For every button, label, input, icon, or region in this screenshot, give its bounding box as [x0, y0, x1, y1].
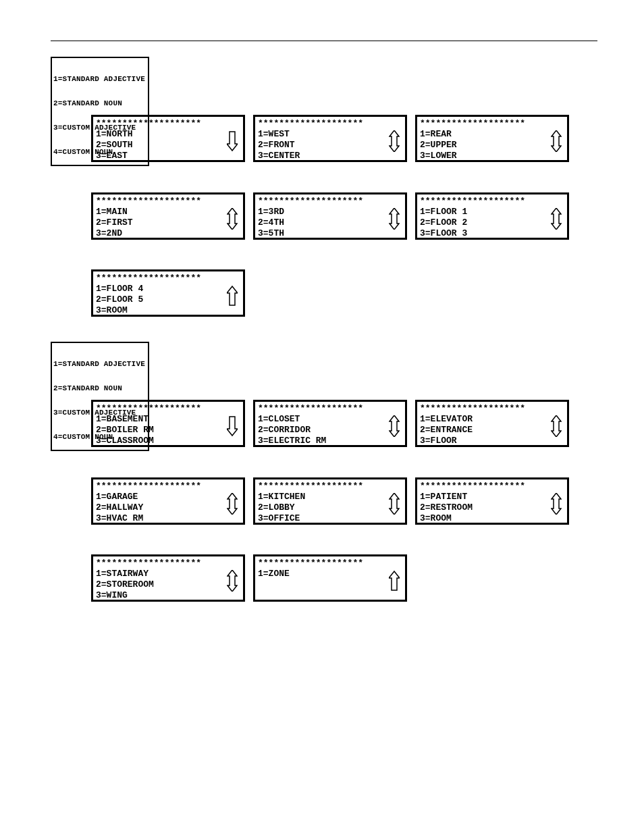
arrow-up-down-icon — [551, 130, 563, 152]
menu-option: 3=LOWER — [420, 151, 564, 161]
menu-option: 3=ROOM — [96, 305, 240, 316]
menu-box-header: ******************** — [96, 196, 240, 207]
menu-option: 1=PATIENT — [420, 492, 564, 502]
arrow-up-down-icon — [551, 208, 563, 230]
menu-box[interactable]: ********************1=NORTH2=SOUTH3=EAST — [91, 115, 245, 162]
menu-option: 1=ZONE — [258, 569, 402, 579]
menu-box-header: ******************** — [258, 118, 402, 129]
menu-option: 1=FLOOR 4 — [96, 284, 240, 294]
menu-option: 3=CENTER — [258, 151, 402, 161]
menu-option: 1=CLOSET — [258, 414, 402, 425]
menu-option: 3=2ND — [96, 228, 240, 239]
arrow-up-down-icon — [227, 493, 239, 515]
menu-option: 1=ELEVATOR — [420, 414, 564, 425]
menu-box-header: ******************** — [96, 118, 240, 129]
menu-box-header: ******************** — [258, 481, 402, 492]
arrow-up-down-icon — [227, 570, 239, 592]
menu-option: 2=HALLWAY — [96, 502, 240, 513]
menu-option — [258, 590, 402, 601]
menu-option: 1=MAIN — [96, 207, 240, 217]
legend-line: 1=STANDARD ADJECTIVE — [53, 360, 145, 368]
legend-line: 1=STANDARD ADJECTIVE — [53, 75, 145, 83]
menu-box[interactable]: ********************1=GARAGE2=HALLWAY3=H… — [91, 477, 245, 525]
menu-option: 3=FLOOR 3 — [420, 228, 564, 239]
menu-option: 1=WEST — [258, 129, 402, 140]
menu-box[interactable]: ********************1=FLOOR 12=FLOOR 23=… — [415, 192, 569, 240]
arrow-up-down-icon — [389, 415, 401, 437]
menu-box[interactable]: ********************1=3RD2=4TH3=5TH — [253, 192, 407, 240]
menu-option: 2=FLOOR 5 — [96, 294, 240, 305]
menu-option: 1=REAR — [420, 129, 564, 140]
menu-box[interactable]: ********************1=CLOSET2=CORRIDOR3=… — [253, 400, 407, 447]
menu-box[interactable]: ********************1=ZONE — [253, 554, 407, 602]
menu-option — [258, 579, 402, 590]
header-rule — [51, 41, 597, 41]
menu-box-header: ******************** — [420, 403, 564, 414]
arrow-up-down-icon — [389, 130, 401, 152]
menu-box-header: ******************** — [96, 273, 240, 284]
menu-option: 2=FIRST — [96, 217, 240, 228]
arrow-down-icon — [227, 130, 239, 152]
arrow-up-down-icon — [389, 493, 401, 515]
menu-box-header: ******************** — [258, 558, 402, 569]
menu-box-header: ******************** — [258, 403, 402, 414]
menu-option: 3=HVAC RM — [96, 513, 240, 524]
menu-option: 2=ENTRANCE — [420, 425, 564, 436]
menu-box-header: ******************** — [96, 403, 240, 414]
menu-box[interactable]: ********************1=PATIENT2=RESTROOM3… — [415, 477, 569, 525]
menu-option: 3=ROOM — [420, 513, 564, 524]
menu-box-header: ******************** — [258, 196, 402, 207]
arrow-up-down-icon — [227, 208, 239, 230]
menu-box-header: ******************** — [420, 196, 564, 207]
menu-option: 1=FLOOR 1 — [420, 207, 564, 217]
menu-option: 2=LOBBY — [258, 502, 402, 513]
menu-box-header: ******************** — [420, 118, 564, 129]
menu-option: 2=BOILER RM — [96, 425, 240, 436]
menu-option: 2=4TH — [258, 217, 402, 228]
menu-option: 2=RESTROOM — [420, 502, 564, 513]
legend-line: 2=STANDARD NOUN — [53, 384, 145, 392]
menu-box[interactable]: ********************1=MAIN2=FIRST3=2ND — [91, 192, 245, 240]
menu-option: 2=SOUTH — [96, 140, 240, 151]
menu-option: 1=NORTH — [96, 129, 240, 140]
menu-option: 3=ELECTRIC RM — [258, 436, 402, 446]
menu-option: 1=KITCHEN — [258, 492, 402, 502]
menu-box[interactable]: ********************1=BASEMENT2=BOILER R… — [91, 400, 245, 447]
menu-option: 2=UPPER — [420, 140, 564, 151]
menu-option: 1=GARAGE — [96, 492, 240, 502]
arrow-up-icon — [227, 285, 239, 307]
menu-box[interactable]: ********************1=WEST2=FRONT3=CENTE… — [253, 115, 407, 162]
menu-option: 2=FLOOR 2 — [420, 217, 564, 228]
arrow-up-down-icon — [551, 493, 563, 515]
legend-line: 2=STANDARD NOUN — [53, 99, 145, 107]
menu-option: 3=WING — [96, 590, 240, 601]
menu-option: 1=BASEMENT — [96, 414, 240, 425]
menu-box[interactable]: ********************1=REAR2=UPPER3=LOWER — [415, 115, 569, 162]
menu-option: 1=3RD — [258, 207, 402, 217]
arrow-down-icon — [227, 415, 239, 437]
menu-option: 3=CLASSROOM — [96, 436, 240, 446]
menu-box-header: ******************** — [420, 481, 564, 492]
menu-box-header: ******************** — [96, 558, 240, 569]
menu-option: 1=STAIRWAY — [96, 569, 240, 579]
arrow-up-down-icon — [389, 208, 401, 230]
arrow-up-icon — [389, 570, 401, 592]
menu-option: 2=FRONT — [258, 140, 402, 151]
menu-box[interactable]: ********************1=FLOOR 42=FLOOR 53=… — [91, 269, 245, 317]
menu-box[interactable]: ********************1=STAIRWAY2=STOREROO… — [91, 554, 245, 602]
menu-box[interactable]: ********************1=ELEVATOR2=ENTRANCE… — [415, 400, 569, 447]
menu-option: 3=EAST — [96, 151, 240, 161]
menu-option: 2=STOREROOM — [96, 579, 240, 590]
menu-box-header: ******************** — [96, 481, 240, 492]
menu-option: 3=5TH — [258, 228, 402, 239]
menu-option: 3=FLOOR — [420, 436, 564, 446]
menu-option: 2=CORRIDOR — [258, 425, 402, 436]
arrow-up-down-icon — [551, 415, 563, 437]
menu-box[interactable]: ********************1=KITCHEN2=LOBBY3=OF… — [253, 477, 407, 525]
menu-option: 3=OFFICE — [258, 513, 402, 524]
